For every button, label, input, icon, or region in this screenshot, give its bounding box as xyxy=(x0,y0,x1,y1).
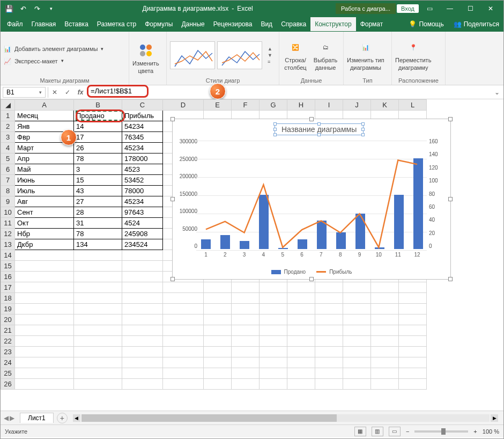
cell[interactable] xyxy=(204,293,232,304)
cell[interactable] xyxy=(204,379,232,390)
cell[interactable] xyxy=(204,368,232,379)
cell[interactable] xyxy=(122,347,163,357)
cell[interactable] xyxy=(315,336,343,347)
cell[interactable] xyxy=(287,293,315,304)
zoom-out-icon[interactable]: − xyxy=(406,428,409,435)
cell[interactable] xyxy=(122,272,163,282)
cell[interactable]: 45234 xyxy=(122,196,163,207)
cell[interactable] xyxy=(163,379,204,390)
cell[interactable] xyxy=(343,304,371,314)
cell[interactable]: 134 xyxy=(74,239,122,250)
table-row[interactable]: 17 xyxy=(1,282,427,293)
grid-area[interactable]: ◢ A B C D E F G H I J K L 1МесяцПроданоП… xyxy=(1,99,503,411)
cell[interactable] xyxy=(122,293,163,304)
cell[interactable]: Авг xyxy=(15,196,74,207)
table-row[interactable]: 25 xyxy=(1,368,427,379)
cell[interactable]: 26 xyxy=(74,143,122,153)
cell[interactable] xyxy=(204,357,232,368)
row-header[interactable]: 1 xyxy=(1,111,15,121)
cell[interactable]: 97643 xyxy=(122,207,163,218)
cell[interactable] xyxy=(287,325,315,336)
row-header[interactable]: 24 xyxy=(1,357,15,368)
cell[interactable] xyxy=(371,379,399,390)
tab-file[interactable]: Файл xyxy=(3,17,27,31)
cell[interactable] xyxy=(371,357,399,368)
cell[interactable] xyxy=(287,304,315,314)
cell[interactable] xyxy=(287,368,315,379)
cell[interactable]: Дкбр xyxy=(15,239,74,250)
cell[interactable] xyxy=(399,357,427,368)
close-icon[interactable]: ✕ xyxy=(481,1,500,16)
tab-review[interactable]: Рецензирова xyxy=(209,17,257,31)
cell[interactable] xyxy=(315,282,343,293)
cell[interactable]: Май xyxy=(15,164,74,175)
cell[interactable]: Месяц xyxy=(15,111,74,121)
cell[interactable] xyxy=(122,336,163,347)
cell[interactable] xyxy=(343,314,371,325)
chart-object[interactable]: Название диаграммы 300000250000200000150… xyxy=(172,119,451,280)
chart-handle[interactable] xyxy=(171,117,175,121)
table-row[interactable]: 23 xyxy=(1,347,427,357)
cell[interactable] xyxy=(399,325,427,336)
nav-prev-icon[interactable]: ◀ xyxy=(4,414,9,422)
cell[interactable]: 78000 xyxy=(122,186,163,196)
cell[interactable]: 17 xyxy=(74,132,122,143)
move-chart-button[interactable]: 📍 Переместить диаграмму xyxy=(395,39,431,71)
cell[interactable] xyxy=(163,325,204,336)
cell[interactable] xyxy=(15,304,74,314)
row-header[interactable]: 25 xyxy=(1,368,15,379)
cell[interactable] xyxy=(163,293,204,304)
cell[interactable] xyxy=(122,368,163,379)
page-break-icon[interactable]: ▭ xyxy=(389,427,401,436)
col-header[interactable]: G xyxy=(260,100,287,111)
cell[interactable] xyxy=(15,314,74,325)
chart-styles-gallery[interactable] xyxy=(170,41,262,69)
table-row[interactable]: 18 xyxy=(1,293,427,304)
col-header[interactable]: D xyxy=(163,100,204,111)
cell[interactable] xyxy=(122,304,163,314)
row-header[interactable]: 23 xyxy=(1,347,15,357)
share-button[interactable]: Поделиться xyxy=(464,20,499,28)
row-header[interactable]: 17 xyxy=(1,282,15,293)
col-header[interactable]: L xyxy=(399,100,427,111)
cell[interactable] xyxy=(232,368,260,379)
cell[interactable] xyxy=(15,336,74,347)
cell[interactable] xyxy=(260,304,287,314)
cell[interactable] xyxy=(122,261,163,272)
cell[interactable] xyxy=(15,379,74,390)
cell[interactable] xyxy=(122,325,163,336)
qat-dropdown-icon[interactable]: ▾ xyxy=(47,4,55,13)
cell[interactable] xyxy=(74,368,122,379)
cell[interactable] xyxy=(74,250,122,261)
cell[interactable] xyxy=(343,325,371,336)
cell[interactable] xyxy=(315,368,343,379)
chart-handle[interactable] xyxy=(448,117,453,121)
cell[interactable] xyxy=(204,325,232,336)
table-row[interactable]: 24 xyxy=(1,357,427,368)
cell[interactable] xyxy=(343,336,371,347)
cell[interactable]: Июль xyxy=(15,186,74,196)
cell[interactable] xyxy=(315,304,343,314)
share-icon[interactable]: 👥 xyxy=(454,20,462,28)
scroll-right-icon[interactable]: ▶ xyxy=(491,414,498,422)
cell[interactable]: 43 xyxy=(74,186,122,196)
cell[interactable]: Прибыль xyxy=(122,111,163,121)
cell[interactable] xyxy=(15,368,74,379)
cell[interactable] xyxy=(163,368,204,379)
scroll-left-icon[interactable]: ◀ xyxy=(73,414,80,422)
col-header[interactable]: B xyxy=(74,100,122,111)
quick-layout-button[interactable]: 📈 Экспресс-макет▾ xyxy=(4,56,64,66)
row-header[interactable]: 4 xyxy=(1,143,15,153)
cell[interactable] xyxy=(371,314,399,325)
select-all-icon[interactable]: ◢ xyxy=(1,100,15,111)
cell[interactable] xyxy=(74,357,122,368)
cell[interactable] xyxy=(260,325,287,336)
add-sheet-icon[interactable]: + xyxy=(57,413,68,423)
cell[interactable]: 28 xyxy=(74,207,122,218)
cell[interactable]: Апр xyxy=(15,153,74,164)
cell[interactable] xyxy=(122,250,163,261)
cell[interactable] xyxy=(315,325,343,336)
cell[interactable] xyxy=(371,293,399,304)
cell[interactable] xyxy=(204,304,232,314)
cell[interactable] xyxy=(232,325,260,336)
